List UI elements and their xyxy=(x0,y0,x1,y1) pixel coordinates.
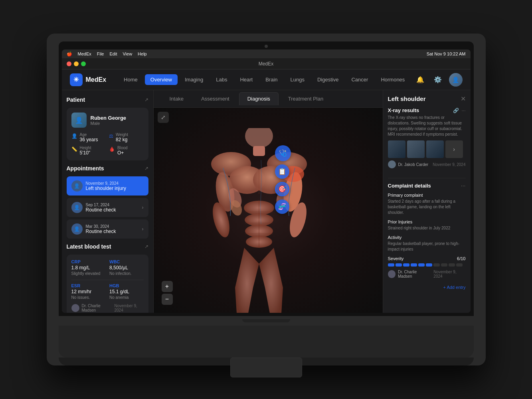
xray-more-images[interactable]: › xyxy=(445,140,463,158)
appt-title-0: Left shoulder injury xyxy=(86,186,144,191)
height-label: Height xyxy=(80,146,91,150)
anatomy-viewer: 🩺 📋 🎯 🧬 ⤢ + − xyxy=(154,108,383,313)
tool-target[interactable]: 🎯 xyxy=(275,182,289,196)
xray-date: November 9, 2024 xyxy=(433,162,465,167)
nav-brain[interactable]: Brain xyxy=(260,74,283,85)
nav-home[interactable]: Home xyxy=(118,74,143,85)
user-avatar[interactable]: 👤 xyxy=(449,73,463,87)
nav-right-actions: 🔔 ⚙️ 👤 xyxy=(414,73,463,87)
esr-label: ESR xyxy=(71,283,106,288)
minimize-button[interactable] xyxy=(74,61,79,66)
trackpad[interactable] xyxy=(230,358,302,377)
panel-doc-name: Dr. Charlie Madsen xyxy=(398,270,431,279)
severity-dot-3 xyxy=(411,263,417,267)
blood-value: O+ xyxy=(117,150,128,156)
settings-button[interactable]: ⚙️ xyxy=(431,73,444,86)
blood-doc-name: Dr. Charlie Madsen xyxy=(82,304,112,312)
blood-test-card: CRP 1.8 mg/L Slightly elevated WBC 8,500… xyxy=(67,255,148,313)
nav-heart[interactable]: Heart xyxy=(234,74,258,85)
appointments-header: Appointments ↗ xyxy=(67,165,148,172)
tab-treatment[interactable]: Treatment Plan xyxy=(280,93,331,105)
wbc-note: No infection. xyxy=(109,271,144,276)
xray-footer: Dr. Jakob Carder November 9, 2024 xyxy=(388,160,466,168)
xray-more-icon[interactable]: ··· xyxy=(461,108,465,113)
zoom-out-button[interactable]: − xyxy=(162,294,173,305)
add-entry-button[interactable]: + Add entry xyxy=(388,282,466,292)
blood-test-title: Latest blood test xyxy=(67,243,111,250)
appointments-title: Appointments xyxy=(67,165,104,172)
panel-footer: Dr. Charlie Madsen November 9, 2024 xyxy=(388,270,466,279)
nav-digestive[interactable]: Digestive xyxy=(312,74,344,85)
tool-dna[interactable]: 🧬 xyxy=(275,200,289,214)
file-menu[interactable]: File xyxy=(97,51,104,56)
screen-notch xyxy=(242,319,290,322)
xray-image-3[interactable] xyxy=(426,140,444,158)
maximize-button[interactable] xyxy=(81,61,86,66)
nav-hormones[interactable]: Hormones xyxy=(375,74,410,85)
appointment-item-1[interactable]: 👤 Sep 17, 2024 Routine check › xyxy=(67,198,148,217)
crp-value: 1.8 mg/L xyxy=(71,265,106,271)
age-value: 36 years xyxy=(80,137,98,142)
severity-dot-8 xyxy=(449,263,455,267)
complaint-menu-icon[interactable]: ··· xyxy=(461,182,466,189)
blood-grid-2: ESR 12 mm/hr No issues. HGB 15.1 g/dL No… xyxy=(71,283,144,300)
appt-details-0: November 9, 2024 Left shoulder injury xyxy=(86,181,144,191)
mac-menubar: 🍎 MedEx File Edit View Help Sat Nov 9 10… xyxy=(62,49,471,58)
top-navigation: ✳ MedEx Home Overview Imaging Labs Heart… xyxy=(62,69,471,90)
app-menu-item[interactable]: MedEx xyxy=(78,51,91,56)
laptop-base xyxy=(59,358,474,365)
tool-scan[interactable]: 📋 xyxy=(275,164,289,179)
severity-dot-2 xyxy=(403,263,409,267)
zoom-in-button[interactable]: + xyxy=(162,281,173,292)
weight-label: Weight xyxy=(116,132,128,137)
notification-button[interactable]: 🔔 xyxy=(414,73,427,86)
tab-intake[interactable]: Intake xyxy=(162,93,192,105)
nav-overview[interactable]: Overview xyxy=(145,74,178,85)
patient-card: 👤 Ruben George Male 👤 xyxy=(67,108,148,160)
wbc-label: WBC xyxy=(109,259,144,264)
window-title: MedEx xyxy=(259,61,273,67)
hgb-label: HGB xyxy=(109,283,144,288)
right-panel: Left shoulder ✕ X-ray results 🔗 ··· xyxy=(383,90,471,313)
nav-cancer[interactable]: Cancer xyxy=(346,74,374,85)
view-menu[interactable]: View xyxy=(123,51,132,56)
appt-avatar-2: 👤 xyxy=(71,223,83,235)
appt-details-2: Mar 30, 2024 Routine check xyxy=(86,224,139,234)
svg-point-0 xyxy=(245,128,273,148)
edit-menu[interactable]: Edit xyxy=(109,51,117,56)
panel-doc-avatar xyxy=(388,270,396,278)
help-menu[interactable]: Help xyxy=(138,51,147,56)
appointment-item-2[interactable]: 👤 Mar 30, 2024 Routine check › xyxy=(67,219,148,239)
xray-link-icon[interactable]: 🔗 xyxy=(453,108,459,113)
appointment-item-0[interactable]: 👤 November 9, 2024 Left shoulder injury xyxy=(67,176,148,196)
prior-injuries: Prior Injuries Strained right shoulder i… xyxy=(388,219,466,231)
stat-blood: 🩸 Blood O+ xyxy=(109,146,144,156)
blood-divider xyxy=(71,280,144,280)
nav-labs[interactable]: Labs xyxy=(210,74,233,85)
close-button[interactable] xyxy=(67,61,71,66)
xray-description: The X-ray shows no fractures or dislocat… xyxy=(388,115,466,137)
tab-diagnosis[interactable]: Diagnosis xyxy=(239,92,279,105)
expand-button[interactable]: ⤢ xyxy=(158,112,169,123)
xray-image-2[interactable] xyxy=(407,140,425,158)
stat-height: 📏 Height 5'10" xyxy=(71,146,106,156)
blood-test-expand[interactable]: ↗ xyxy=(144,244,148,249)
complaint-section: Complaint details ··· Primary complaint … xyxy=(388,182,466,270)
screen: 🍎 MedEx File Edit View Help Sat Nov 9 10… xyxy=(62,49,471,313)
appt-arrow-2: › xyxy=(142,226,144,232)
panel-close-button[interactable]: ✕ xyxy=(461,95,466,103)
tab-assessment[interactable]: Assessment xyxy=(193,93,237,105)
main-layout: Patient ↗ 👤 Ruben George Male xyxy=(62,90,471,313)
height-value: 5'10" xyxy=(80,150,91,156)
blood-doc-avatar xyxy=(71,304,79,312)
patient-info: 👤 Ruben George Male xyxy=(71,113,144,128)
nav-imaging[interactable]: Imaging xyxy=(179,74,209,85)
tool-stethoscope[interactable]: 🩺 xyxy=(275,145,291,161)
panel-header: Left shoulder ✕ xyxy=(388,95,466,103)
xray-doctor-name: Dr. Jakob Carder xyxy=(398,162,429,167)
patient-expand-icon[interactable]: ↗ xyxy=(144,97,148,103)
complaint-header: Complaint details ··· xyxy=(388,182,466,189)
appointments-expand[interactable]: ↗ xyxy=(144,166,148,171)
xray-image-1[interactable] xyxy=(388,140,405,158)
nav-lungs[interactable]: Lungs xyxy=(285,74,310,85)
